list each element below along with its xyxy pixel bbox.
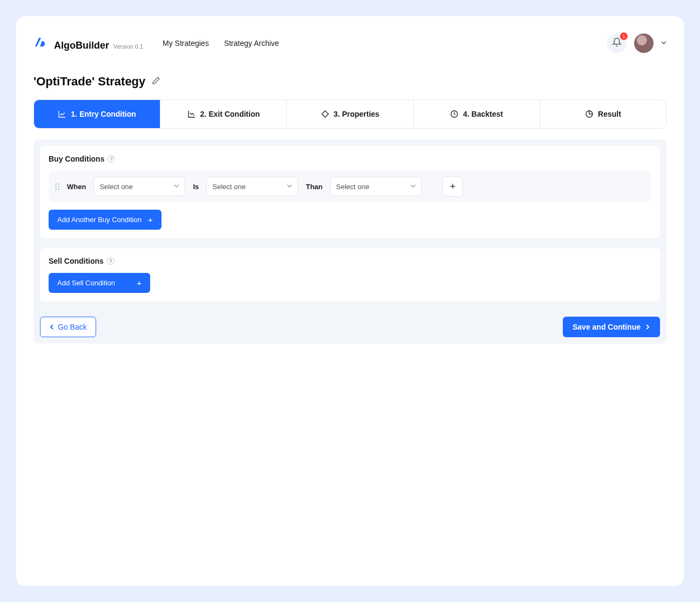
tab-exit-condition[interactable]: 2. Exit Condition <box>160 100 287 128</box>
chevron-left-icon <box>49 323 55 331</box>
clock-icon <box>450 110 459 118</box>
when-label: When <box>67 183 86 191</box>
version-label: Version 0.1 <box>113 43 143 50</box>
select-placeholder: Select one <box>336 183 369 191</box>
pie-icon <box>585 110 594 118</box>
notification-badge: 1 <box>620 32 628 40</box>
avatar[interactable] <box>634 34 654 53</box>
app-card: AlgoBuilder Version 0.1 My Strategies St… <box>16 16 684 586</box>
add-sell-condition-button[interactable]: Add Sell Condition + <box>49 273 150 293</box>
header: AlgoBuilder Version 0.1 My Strategies St… <box>33 34 667 53</box>
app-name: AlgoBuilder <box>54 40 109 51</box>
nav-strategy-archive[interactable]: Strategy Archive <box>224 39 279 48</box>
panel-footer: Go Back Save and Continue <box>40 317 660 337</box>
user-menu-chevron[interactable] <box>661 39 667 47</box>
than-label: Than <box>306 183 322 191</box>
edit-title-button[interactable] <box>152 76 160 87</box>
header-right: 1 <box>607 34 667 53</box>
add-condition-button[interactable]: + <box>442 176 463 197</box>
tab-entry-condition[interactable]: 1. Entry Condition <box>34 100 160 128</box>
button-label: Go Back <box>58 323 87 331</box>
select-placeholder: Select one <box>212 183 245 191</box>
is-select[interactable]: Select one <box>206 177 298 196</box>
top-nav: My Strategies Strategy Archive <box>163 39 279 48</box>
button-label: Save and Continue <box>573 323 641 331</box>
buy-conditions-title: Buy Conditions ? <box>49 155 651 163</box>
go-back-button[interactable]: Go Back <box>40 317 96 337</box>
tab-label: 2. Exit Condition <box>200 110 260 118</box>
tab-properties[interactable]: 3. Properties <box>287 100 413 128</box>
title-row: 'OptiTrade' Strategy <box>33 75 667 89</box>
tab-label: Result <box>598 110 621 118</box>
tab-result[interactable]: Result <box>540 100 666 128</box>
chevron-down-icon <box>410 183 416 190</box>
sell-conditions-section: Sell Conditions ? Add Sell Condition + <box>40 248 660 302</box>
buy-conditions-section: Buy Conditions ? When Select one Is Sele… <box>40 146 660 238</box>
notifications-button[interactable]: 1 <box>607 34 627 53</box>
is-label: Is <box>193 183 199 191</box>
section-title-text: Buy Conditions <box>49 155 104 163</box>
button-label: Add Sell Condition <box>57 279 115 287</box>
help-icon[interactable]: ? <box>107 155 115 163</box>
select-placeholder: Select one <box>99 183 132 191</box>
than-select[interactable]: Select one <box>330 177 422 196</box>
add-another-buy-button[interactable]: Add Another Buy Condition + <box>49 210 161 230</box>
tab-label: 3. Properties <box>334 110 380 118</box>
plus-icon: + <box>450 181 456 192</box>
tab-backtest[interactable]: 4. Backtest <box>414 100 540 128</box>
plus-icon: + <box>148 215 153 224</box>
tab-label: 4. Backtest <box>463 110 503 118</box>
chart-down-icon <box>187 110 196 118</box>
sell-conditions-title: Sell Conditions ? <box>49 257 651 265</box>
page-title: 'OptiTrade' Strategy <box>33 75 145 89</box>
buy-condition-row: When Select one Is Select one Than Selec… <box>49 171 651 202</box>
logo-icon <box>33 36 46 49</box>
save-continue-button[interactable]: Save and Continue <box>563 317 660 337</box>
tab-label: 1. Entry Condition <box>71 110 136 118</box>
drag-handle-icon[interactable] <box>55 183 59 190</box>
section-title-text: Sell Conditions <box>49 257 104 265</box>
chevron-down-icon <box>287 183 292 190</box>
chart-up-icon <box>58 110 66 118</box>
bell-icon <box>612 37 622 49</box>
steps-tabs: 1. Entry Condition 2. Exit Condition 3. … <box>33 99 667 129</box>
button-label: Add Another Buy Condition <box>57 216 142 224</box>
chevron-right-icon <box>645 323 650 331</box>
help-icon[interactable]: ? <box>107 257 115 265</box>
logo[interactable]: AlgoBuilder Version 0.1 <box>33 36 143 51</box>
conditions-panel: Buy Conditions ? When Select one Is Sele… <box>33 139 667 344</box>
chevron-down-icon <box>174 183 179 190</box>
when-select[interactable]: Select one <box>93 177 185 196</box>
nav-my-strategies[interactable]: My Strategies <box>163 39 209 48</box>
diamond-icon <box>321 110 329 118</box>
plus-icon: + <box>137 278 142 287</box>
